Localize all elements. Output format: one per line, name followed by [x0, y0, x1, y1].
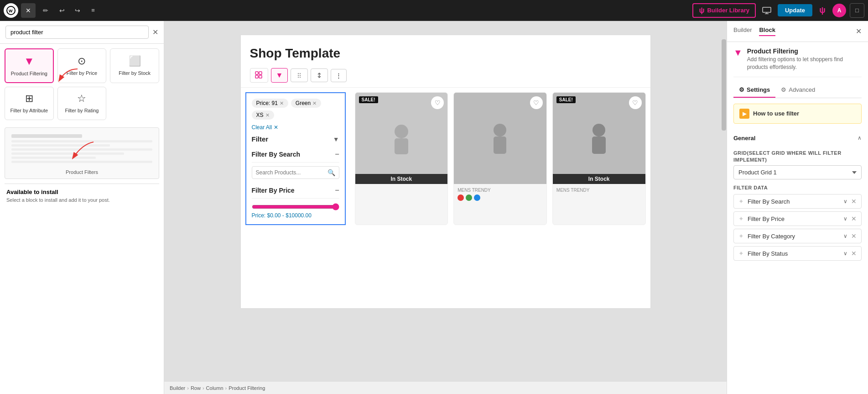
block-info-text: Product Filtering Add filtering options …	[747, 47, 862, 71]
drag-handle-category[interactable]: ✦	[738, 232, 744, 240]
undo-button[interactable]: ↩	[56, 4, 68, 17]
update-button[interactable]: Update	[778, 4, 812, 16]
available-desc: Select a block to install and add it to …	[6, 197, 157, 203]
canvas-scrollbar[interactable]	[721, 21, 727, 385]
preview-mini	[9, 131, 155, 167]
svg-rect-18	[592, 137, 606, 154]
filter-data-row-category: ✦ Filter By Category ∨ ✕	[733, 229, 862, 243]
w-icon[interactable]: ψ	[816, 4, 829, 17]
breadcrumb-builder[interactable]: Builder	[170, 385, 185, 391]
how-to-use-button[interactable]: ▶ How to use filter	[733, 104, 862, 124]
user-avatar[interactable]: A	[832, 4, 846, 17]
tab-builder[interactable]: Builder	[733, 26, 752, 36]
block-item-filter-by-price[interactable]: ⊙ Filter by Price	[57, 48, 107, 83]
search-input[interactable]	[5, 26, 149, 39]
tab-block[interactable]: Block	[759, 26, 775, 36]
color-dot-blue[interactable]	[474, 194, 480, 201]
blocks-grid: ▼ Product Filtering ⊙ Filter by Price ⬜ …	[5, 48, 159, 120]
block-item-product-filtering[interactable]: ▼ Product Filtering	[5, 48, 54, 83]
grid-select[interactable]: Product Grid 1 Product Grid 2	[733, 165, 862, 179]
svg-point-15	[494, 124, 506, 137]
product-image-3: SALE! ♡ In Stock	[553, 93, 645, 184]
product-image-1: SALE! ♡ In Stock	[355, 93, 448, 184]
filter-search-input[interactable]	[256, 169, 325, 176]
canvas-content: Shop Template ▼ ⋮	[240, 35, 651, 309]
breadcrumb-column[interactable]: Column	[206, 385, 223, 391]
remove-green-tag[interactable]: ✕	[312, 100, 317, 106]
filter-by-rating-icon: ☆	[77, 93, 86, 105]
sale-badge-3: SALE!	[556, 96, 576, 103]
svg-rect-5	[255, 75, 258, 78]
filter-tag-green[interactable]: Green ✕	[291, 99, 321, 108]
remove-xs-tag[interactable]: ✕	[265, 112, 270, 118]
filter-data-status-expand[interactable]: ∨	[843, 250, 847, 257]
block-item-filter-by-stock[interactable]: ⬜ Filter by Stock	[110, 48, 159, 83]
monitor-button[interactable]	[759, 3, 774, 18]
filter-toolbar: ▼ ⋮	[241, 68, 650, 88]
filter-icon-button[interactable]: ▼	[271, 68, 288, 83]
builder-library-button[interactable]: ψ Builder Library	[692, 3, 756, 18]
breadcrumb: Builder › Row › Column › Product Filteri…	[164, 381, 727, 394]
redo-button[interactable]: ↪	[71, 4, 84, 17]
scrollbar-thumb[interactable]	[722, 39, 726, 131]
reorder-button[interactable]	[291, 68, 308, 82]
filter-by-stock-label: Filter by Stock	[119, 70, 151, 76]
advanced-tab[interactable]: ⚙ Advanced	[775, 83, 821, 98]
filter-data-status-remove[interactable]: ✕	[851, 250, 857, 257]
left-panel: ✕ ▼ Product Filterin	[0, 21, 164, 394]
filter-by-search-section: Filter By Search −	[252, 147, 339, 163]
blocks-scroll: ▼ Product Filtering ⊙ Filter by Price ⬜ …	[0, 44, 164, 394]
wishlist-button-3[interactable]: ♡	[629, 96, 642, 109]
wishlist-button-2[interactable]: ♡	[530, 96, 543, 109]
svg-point-13	[395, 125, 408, 138]
menu-button[interactable]: ≡	[87, 4, 99, 17]
arrows-button[interactable]	[311, 68, 328, 82]
sidebar-toggle-button[interactable]: □	[850, 3, 864, 18]
filter-data-price-label: Filter By Price	[748, 215, 840, 222]
breadcrumb-row[interactable]: Row	[191, 385, 201, 391]
drag-handle-status[interactable]: ✦	[738, 250, 744, 257]
wp-logo[interactable]: W	[4, 3, 18, 18]
collapse-search-button[interactable]: −	[335, 150, 339, 158]
filter-heading: Filter ▼	[252, 135, 339, 143]
block-item-filter-by-attribute[interactable]: ⊞ Filter by Attribute	[5, 87, 54, 120]
filter-data-category-remove[interactable]: ✕	[851, 232, 857, 240]
search-clear-button[interactable]: ✕	[152, 28, 158, 37]
drag-handle-search[interactable]: ✦	[738, 198, 744, 205]
stock-badge-3: In Stock	[553, 174, 645, 184]
wishlist-button-1[interactable]: ♡	[431, 96, 444, 109]
price-range-text: Price: $0.00 - $10000.00	[252, 212, 339, 219]
clear-all-button[interactable]: Clear All ✕	[252, 124, 339, 131]
right-panel-close-button[interactable]: ✕	[856, 27, 862, 36]
topbar: W ✕ ✏ ↩ ↪ ≡ ψ Builder Library Update ψ A…	[0, 0, 868, 21]
filter-data-search-remove[interactable]: ✕	[851, 198, 857, 205]
price-range-slider[interactable]	[252, 203, 339, 210]
block-info-desc: Add filtering options to let shoppers fi…	[747, 56, 862, 71]
filter-data-price-expand[interactable]: ∨	[843, 215, 847, 222]
grid-view-button[interactable]	[250, 68, 268, 83]
color-dot-red[interactable]	[457, 194, 464, 201]
product-card-1: SALE! ♡ In Stock	[355, 92, 448, 225]
svg-point-10	[300, 75, 301, 76]
close-button[interactable]: ✕	[21, 3, 36, 18]
svg-rect-3	[255, 72, 258, 74]
color-dots-2	[457, 194, 543, 201]
filter-data-search-expand[interactable]: ∨	[843, 198, 847, 205]
more-options-button[interactable]: ⋮	[331, 69, 347, 82]
filter-tag-price[interactable]: Price: 91 ✕	[252, 99, 288, 108]
filter-data-category-expand[interactable]: ∨	[843, 233, 847, 239]
filter-data-price-remove[interactable]: ✕	[851, 215, 857, 222]
remove-price-tag[interactable]: ✕	[280, 100, 284, 106]
edit-button[interactable]: ✏	[38, 3, 53, 18]
block-item-filter-by-rating[interactable]: ☆ Filter by Rating	[57, 87, 107, 120]
filter-by-rating-label: Filter by Rating	[65, 107, 99, 114]
settings-tab[interactable]: ⚙ Settings	[733, 83, 775, 98]
filter-tag-xs[interactable]: XS ✕	[252, 110, 274, 120]
collapse-price-button[interactable]: −	[335, 186, 339, 194]
general-section-header[interactable]: General ∧	[733, 131, 862, 145]
color-dot-green[interactable]	[466, 194, 472, 201]
drag-handle-price[interactable]: ✦	[738, 215, 744, 222]
breadcrumb-product-filtering[interactable]: Product Filtering	[229, 385, 265, 391]
product-image-2: ♡	[454, 93, 546, 184]
filter-by-attribute-icon: ⊞	[25, 93, 33, 105]
